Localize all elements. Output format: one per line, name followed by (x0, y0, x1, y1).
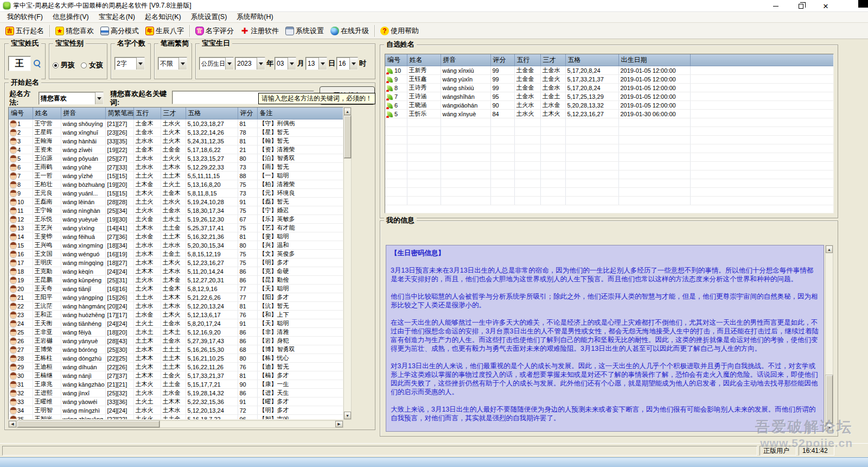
vscroll-thumb[interactable] (344, 116, 351, 158)
table-row[interactable]: 32王进熙wáng jìnxī[25][32]土火水土水金5,19,28,14,… (9, 389, 343, 397)
results-vscrollbar[interactable]: ▲ ▼ (343, 107, 352, 420)
table-row[interactable]: 6王雨鹤wáng yǔhè[27][33]土水水土木水5,12,29,22,33… (9, 163, 343, 172)
chevron-down-icon[interactable] (349, 58, 358, 70)
column-header[interactable]: 五格 (565, 54, 618, 66)
scroll-right-icon[interactable]: ▶ (335, 421, 343, 427)
info-vscrollbar[interactable]: ▲ ▼ (825, 245, 833, 432)
table-row[interactable]: 33王曜维wáng yàowéi[33][36]土火土土木木5,22,32,15… (9, 397, 343, 406)
menu-item-4[interactable]: 系统设置(S) (186, 11, 232, 23)
table-row[interactable]: 12王乐悦wáng yuèyuè[19][30]土火金土水土5,19,26,12… (9, 215, 343, 224)
column-header[interactable]: 三才 (161, 108, 186, 119)
使用帮助-button[interactable]: ?使用帮助 (377, 24, 422, 37)
year-select[interactable]: 2023 (235, 57, 265, 70)
results-hscrollbar[interactable]: ◀ ▶ (8, 420, 343, 428)
table-row[interactable]: 30王楠继wáng nánjì[27][37]土木木土金火5,17,33,21,… (9, 371, 343, 380)
column-header[interactable]: 编号 (385, 54, 407, 66)
column-header[interactable]: 五行 (133, 108, 161, 119)
table-row[interactable]: 4王资未wáng zīwèi[19][22]土金木土金金5,17,18,6,22… (9, 146, 343, 154)
table-row[interactable]: 24王天衡wáng tiānhéng[24][24]土火土土金水5,8,20,1… (9, 319, 343, 328)
menu-item-0[interactable]: 我的软件(F) (2, 11, 48, 23)
vscroll-thumb[interactable] (826, 375, 833, 423)
calendar-type-select[interactable]: 公历生日 (199, 57, 234, 70)
column-header[interactable]: 备注 (257, 108, 343, 119)
search-icon[interactable] (33, 59, 42, 68)
猜您喜欢-button[interactable]: ★猜您喜欢 (52, 24, 97, 37)
column-header[interactable]: 编号 (9, 108, 33, 119)
table-row[interactable]: 28王栋柱wáng dòngzhù[22][25]土木木土土木5,16,21,1… (9, 354, 343, 363)
chevron-down-icon[interactable] (257, 58, 265, 70)
scroll-left-icon[interactable]: ◀ (9, 421, 16, 427)
name-count-select[interactable]: 2字 (114, 57, 145, 70)
column-header[interactable] (690, 54, 833, 66)
column-header[interactable]: 姓名 (33, 108, 61, 119)
生辰八字-button[interactable]: 年生辰八字 (142, 24, 187, 37)
chevron-down-icon[interactable] (225, 58, 233, 70)
chevron-down-icon[interactable] (95, 92, 103, 104)
restore-button[interactable] (788, 0, 813, 12)
table-row[interactable]: 13王艺兴wáng yìxìng[14][41]土木水土土金5,25,37,17… (9, 224, 343, 232)
table-row[interactable]: 18王克勤wáng kèqín[24][24]土木木土木水5,11,20,14,… (9, 267, 343, 276)
table-row[interactable]: 1王守营wáng shǒuyíng[21][27]土金木土水火5,10,23,1… (9, 119, 343, 128)
scroll-up-icon[interactable]: ▲ (826, 245, 833, 253)
scroll-down-icon[interactable]: ▼ (826, 424, 833, 431)
table-row[interactable]: 29王迪桓wáng díhuán[22][26]土火木土土木5,16,22,11… (9, 363, 343, 371)
table-row[interactable]: 7王诗涵wángshīhán95土金水土金土5,17,25,13,292019-… (385, 92, 833, 101)
高分模式-button[interactable]: 高分模式 (97, 24, 142, 37)
table-row[interactable]: 8王诗秀wáng shīxiù99土金金土金水5,17,20,8,242019-… (385, 84, 833, 92)
column-header[interactable]: 评分 (490, 54, 514, 66)
table-row[interactable]: 35王智光wáng zhìguāng[22][22]土火火土土金5,16,18,… (9, 415, 343, 420)
column-header[interactable]: 五行 (514, 54, 540, 66)
column-header[interactable]: 出生日期 (618, 54, 690, 66)
table-row[interactable]: 3王翰海wáng hànhǎi[33][35]土水水土火木5,24,31,12,… (9, 137, 343, 146)
table-row[interactable]: 22王沆茫wáng hàngmáng[20][24]土水水土木水5,12,20,… (9, 302, 343, 311)
table-row[interactable]: 16王文国wáng wénguó[16][19]土水木土金土5,8,15,12,… (9, 250, 343, 258)
scroll-up-icon[interactable]: ▲ (344, 108, 351, 115)
menu-item-2[interactable]: 宝宝起名(N) (94, 11, 140, 23)
month-select[interactable]: 03 (275, 57, 296, 70)
系统设置-button[interactable]: 系统设置 (282, 24, 327, 37)
table-row[interactable]: 9王钰鑫wáng yùxīn99土金金土金火5,17,33,21,372019-… (385, 75, 833, 84)
menu-item-5[interactable]: 系统帮助(H) (232, 11, 278, 23)
table-row[interactable]: 19王昆鹏wáng kūnpéng[25][31]土火水土木金5,12,27,2… (9, 276, 343, 285)
column-header[interactable]: 五格 (186, 108, 238, 119)
table-row[interactable]: 10王新秀wáng xīnxiù99土金金土金水5,17,20,8,242019… (385, 66, 833, 75)
column-header[interactable]: 评分 (238, 108, 257, 119)
table-row[interactable]: 17王明庆wáng míngqìng[18][27]土水木土木火5,12,23,… (9, 258, 343, 267)
table-row[interactable]: 10王磊南wáng lěinán[28][28]土土火土水火5,19,24,10… (9, 198, 343, 206)
method-select[interactable]: 猜您喜欢 (39, 92, 104, 105)
table-row[interactable]: 21王阳平wáng yángpíng[15][26]土土水土木木5,21,22,… (9, 293, 343, 302)
info-text-panel[interactable]: 【生日密码信息】 3月13日预言未来在3月13日出生的人总是非常的宿命，因为他们… (386, 245, 824, 432)
chevron-down-icon[interactable] (136, 58, 144, 70)
column-header[interactable]: 拼音 (61, 108, 105, 119)
hour-select[interactable]: 16 (336, 57, 358, 70)
menu-item-3[interactable]: 起名知识(K) (140, 11, 186, 23)
column-header[interactable]: 简繁笔画 (105, 108, 133, 119)
注册软件-button[interactable]: ✚注册软件 (237, 24, 282, 37)
radio-girl[interactable] (81, 62, 87, 68)
table-row[interactable]: 25王非亚wáng fēiyà[18][20]土水土土木土5,12,16,9,2… (9, 328, 343, 337)
table-row[interactable]: 15王兴鸣wáng xìngmíng[18][34]土水水土水水5,20,30,… (9, 241, 343, 250)
table-row[interactable]: 34王明智wáng míngzhì[24][24]土水火土木水5,12,20,1… (9, 406, 343, 415)
在线升级-button[interactable]: 在线升级 (327, 24, 372, 37)
close-button[interactable]: × (813, 0, 838, 12)
table-row[interactable]: 31王康兆wáng kāngzhào[21][21]土木火土土金5,15,17,… (9, 380, 343, 389)
table-row[interactable]: 14王斐铧wáng fěihuá[27][36]土水金土土木5,16,32,21… (9, 232, 343, 241)
chevron-down-icon[interactable] (178, 58, 187, 70)
名字评分-button[interactable]: 官名字评分 (192, 24, 237, 37)
column-header[interactable]: 姓名 (407, 54, 441, 66)
chevron-down-icon[interactable] (318, 58, 327, 70)
scroll-down-icon[interactable]: ▼ (344, 412, 351, 419)
strokes-select[interactable]: 不限 (158, 57, 187, 70)
table-row[interactable]: 6王晓涵wángxiǎohán90土火水土水金5,20,28,13,322019… (385, 101, 833, 110)
table-row[interactable]: 5王泊源wáng pōyuán[25][27]土水水土火火5,13,23,15,… (9, 154, 343, 163)
surname-input[interactable]: 王 (8, 56, 31, 71)
day-select[interactable]: 13 (305, 57, 327, 70)
table-row[interactable]: 2王星晖wáng xīnghuī[23][26]土金水土火木5,13,22,14… (9, 128, 343, 137)
table-row[interactable]: 5王忻乐wáng xīnyuè84土水火土木火5,12,23,16,272019… (385, 110, 833, 118)
chevron-down-icon[interactable] (288, 58, 296, 70)
column-header[interactable]: 三才 (540, 54, 565, 66)
minimize-button[interactable] (763, 0, 788, 12)
hscroll-thumb[interactable] (17, 421, 159, 427)
table-row[interactable]: 8王柏壮wáng bòzhuàng[19][20]土木金土火土5,13,16,8… (9, 180, 343, 189)
radio-boy[interactable] (53, 62, 59, 68)
